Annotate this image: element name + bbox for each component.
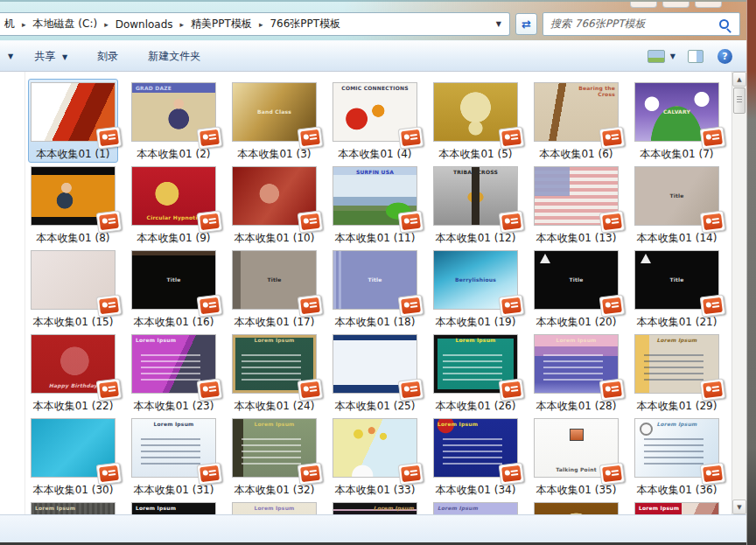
search-icon[interactable] bbox=[719, 19, 729, 29]
powerpoint-file-icon bbox=[298, 126, 324, 149]
powerpoint-file-icon bbox=[700, 126, 726, 149]
file-name-label: 本本收集01 (31) bbox=[130, 483, 218, 498]
file-item[interactable]: Berrylishious 本本收集01 (19) bbox=[430, 247, 521, 331]
file-thumbnail: Lorem Ipsum bbox=[634, 502, 719, 514]
vertical-scrollbar[interactable]: ▲ ▼ bbox=[732, 72, 746, 514]
file-item[interactable]: Title 本本收集01 (21) bbox=[632, 247, 722, 331]
thumbnail-title-text: TRIBAL CROSS bbox=[434, 170, 517, 176]
file-item[interactable]: 本本收集01 (33) bbox=[330, 415, 420, 499]
file-item[interactable]: COMIC CONNECTIONS 本本收集01 (4) bbox=[330, 79, 420, 163]
help-icon[interactable]: ? bbox=[718, 49, 732, 64]
thumbnail-title-text: Lorem Ipsum bbox=[374, 506, 414, 512]
file-item[interactable]: Circular Hypnotic 本本收集01 (9) bbox=[129, 163, 219, 247]
thumbnail-title-text: COMIC CONNECTIONS bbox=[333, 86, 416, 92]
powerpoint-file-icon bbox=[197, 210, 223, 233]
file-item[interactable]: 本本收集01 (13) bbox=[531, 163, 621, 247]
breadcrumb-downloads[interactable]: Downloads bbox=[111, 18, 178, 31]
share-button[interactable]: 共享 ▼ bbox=[25, 45, 76, 68]
file-item[interactable]: 本本收集01 (10) bbox=[229, 163, 319, 247]
thumbnail-title-text: Lorem Ipsum bbox=[535, 338, 618, 344]
refresh-button[interactable]: ⇄ bbox=[515, 13, 537, 35]
powerpoint-file-icon bbox=[700, 462, 726, 485]
thumbnail-title-text: Lorem Ipsum bbox=[635, 422, 718, 428]
file-name-label: 本本收集01 (18) bbox=[331, 315, 419, 330]
breadcrumb-separator-icon: ▸ bbox=[256, 20, 266, 29]
file-thumbnail: Lorem Ipsum bbox=[131, 502, 216, 514]
powerpoint-file-icon bbox=[298, 378, 324, 401]
file-item[interactable]: Lorem Ipsum 本本收集01 (36) bbox=[632, 415, 722, 499]
powerpoint-file-icon bbox=[96, 462, 122, 485]
file-item[interactable]: Lorem Ipsum bbox=[129, 499, 219, 514]
burn-button[interactable]: 刻录 bbox=[88, 45, 127, 68]
powerpoint-file-icon bbox=[499, 462, 525, 485]
file-item[interactable]: Lorem Ipsum bbox=[531, 499, 621, 514]
breadcrumb-766-ppt-templates[interactable]: 766张PPT模板 bbox=[265, 17, 345, 31]
thumbnail-title-text: Berrylishious bbox=[434, 277, 517, 283]
search-box[interactable]: 搜索 766张PPT模板 bbox=[542, 12, 740, 36]
maximize-button-partial[interactable] bbox=[662, 2, 690, 8]
file-list-area: 本本收集01 (1) GRAD DAZE 本本收集01 (2) Band Cla… bbox=[0, 72, 746, 514]
file-name-label: 本本收集01 (25) bbox=[331, 399, 419, 414]
view-dropdown-icon[interactable]: ▼ bbox=[670, 52, 676, 60]
new-folder-button[interactable]: 新建文件夹 bbox=[139, 45, 209, 68]
organize-button-partial-arrow-icon[interactable]: ▼ bbox=[8, 52, 13, 60]
change-view-icon[interactable] bbox=[648, 50, 665, 63]
file-item[interactable]: 本本收集01 (25) bbox=[330, 331, 420, 415]
file-name-label: 本本收集01 (7) bbox=[633, 147, 721, 162]
file-item[interactable]: Title 本本收集01 (20) bbox=[531, 247, 621, 331]
thumbnail-title-text: Lorem Ipsum bbox=[434, 338, 517, 344]
powerpoint-file-icon bbox=[499, 378, 525, 401]
file-item[interactable]: Lorem Ipsum bbox=[28, 499, 118, 514]
breadcrumb-partial-computer[interactable]: 机 bbox=[0, 17, 19, 31]
file-name-label: 本本收集01 (23) bbox=[130, 399, 218, 414]
file-item[interactable]: Lorem Ipsum 本本收集01 (24) bbox=[229, 331, 319, 415]
file-item[interactable]: Title 本本收集01 (18) bbox=[330, 247, 420, 331]
file-item[interactable]: Lorem Ipsum 本本收集01 (31) bbox=[129, 415, 219, 499]
scrollbar-thumb[interactable] bbox=[733, 87, 746, 114]
file-item[interactable]: Lorem Ipsum bbox=[430, 499, 521, 514]
file-item[interactable]: Lorem Ipsum 本本收集01 (34) bbox=[430, 415, 521, 499]
file-item[interactable]: Lorem Ipsum bbox=[330, 499, 420, 514]
file-item[interactable]: Lorem Ipsum 本本收集01 (23) bbox=[129, 331, 219, 415]
address-bar[interactable]: 机 ▸ 本地磁盘 (C:) ▸ Downloads ▸ 精美PPT模板 ▸ 76… bbox=[0, 12, 510, 36]
close-button-partial[interactable] bbox=[695, 2, 722, 8]
file-item[interactable]: Band Class 本本收集01 (3) bbox=[229, 79, 319, 163]
file-item[interactable]: TRIBAL CROSS 本本收集01 (12) bbox=[430, 163, 521, 247]
file-item[interactable]: 本本收集01 (1) bbox=[28, 79, 118, 163]
file-item[interactable]: Title 本本收集01 (17) bbox=[229, 247, 319, 331]
file-item[interactable]: Lorem Ipsum 本本收集01 (32) bbox=[229, 415, 319, 499]
powerpoint-file-icon bbox=[398, 210, 424, 233]
file-item[interactable]: CALVARY 本本收集01 (7) bbox=[632, 79, 722, 163]
breadcrumb-local-disk-c[interactable]: 本地磁盘 (C:) bbox=[29, 17, 102, 31]
file-item[interactable]: Lorem Ipsum bbox=[632, 499, 722, 514]
file-item[interactable]: Lorem Ipsum 本本收集01 (28) bbox=[531, 331, 621, 415]
file-item[interactable]: 本本收集01 (15) bbox=[28, 247, 118, 331]
file-item[interactable]: 本本收集01 (5) bbox=[430, 79, 521, 163]
powerpoint-file-icon bbox=[298, 210, 324, 233]
file-item[interactable]: Title 本本收集01 (14) bbox=[632, 163, 722, 247]
file-thumbnail: Lorem Ipsum bbox=[534, 502, 619, 514]
file-item[interactable]: SURFIN USA 本本收集01 (11) bbox=[330, 163, 420, 247]
address-dropdown-icon[interactable]: ▼ bbox=[488, 20, 509, 28]
file-item[interactable]: Title 本本收集01 (16) bbox=[129, 247, 219, 331]
powerpoint-file-icon bbox=[96, 126, 122, 149]
file-name-label: 本本收集01 (1) bbox=[29, 147, 117, 162]
thumbnail-title-text: Band Class bbox=[233, 109, 316, 115]
file-item[interactable]: GRAD DAZE 本本收集01 (2) bbox=[129, 79, 219, 163]
file-item[interactable]: Lorem Ipsum 本本收集01 (26) bbox=[430, 331, 521, 415]
file-item[interactable]: Talking Point 本本收集01 (35) bbox=[531, 415, 621, 499]
powerpoint-file-icon bbox=[599, 378, 626, 401]
scroll-down-button[interactable]: ▼ bbox=[732, 500, 746, 514]
preview-pane-icon[interactable] bbox=[688, 50, 704, 63]
breadcrumb-ppt-templates[interactable]: 精美PPT模板 bbox=[186, 17, 256, 31]
file-item[interactable]: Lorem Ipsum bbox=[229, 499, 319, 514]
file-item[interactable]: Bearing the Cross 本本收集01 (6) bbox=[531, 79, 621, 163]
details-pane bbox=[0, 514, 746, 542]
command-toolbar: ▼ 共享 ▼ 刻录 新建文件夹 ▼ ? bbox=[0, 40, 746, 72]
file-item[interactable]: 本本收集01 (8) bbox=[28, 163, 118, 247]
minimize-button-partial[interactable] bbox=[630, 2, 657, 8]
scroll-up-button[interactable]: ▲ bbox=[732, 72, 746, 87]
file-item[interactable]: 本本收集01 (30) bbox=[28, 415, 118, 499]
file-item[interactable]: Lorem Ipsum 本本收集01 (29) bbox=[632, 331, 722, 415]
file-item[interactable]: Happy Birthday 本本收集01 (22) bbox=[28, 331, 118, 415]
